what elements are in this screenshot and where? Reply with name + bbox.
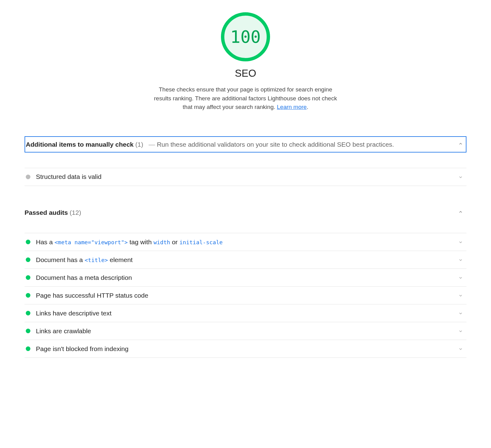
chevron-up-icon [458,209,463,216]
chevron-up-icon [458,141,463,148]
manual-checks-group: Additional items to manually check (1) —… [25,136,466,186]
chevron-down-icon [458,293,463,299]
passed-audits-group: Passed audits (12) Has a <meta name="vie… [25,204,466,358]
audit-title: Links are crawlable [36,327,91,335]
audit-row[interactable]: Links have descriptive text [25,304,466,322]
group-title: Passed audits [25,209,68,216]
neutral-icon [26,175,30,179]
audit-row[interactable]: Page isn't blocked from indexing [25,340,466,358]
seo-category-header: 100 SEO These checks ensure that your pa… [25,12,466,112]
group-title: Additional items to manually check [26,141,133,148]
chevron-down-icon [458,257,463,264]
pass-icon [26,293,30,298]
pass-icon [26,329,30,333]
audit-row[interactable]: Has a <meta name="viewport"> tag with wi… [25,233,466,251]
learn-more-link[interactable]: Learn more [277,104,307,110]
audit-row-structured-data[interactable]: Structured data is valid [25,168,466,186]
manual-checks-toggle[interactable]: Additional items to manually check (1) —… [25,136,466,153]
audit-title: Structured data is valid [36,173,102,180]
pass-icon [26,346,30,351]
audit-title: Has a <meta name="viewport"> tag with wi… [36,238,223,246]
pass-icon [26,240,30,244]
pass-icon [26,311,30,315]
chevron-down-icon [458,174,463,181]
audit-row[interactable]: Document has a meta description [25,268,466,286]
pass-icon [26,257,30,262]
chevron-down-icon [458,275,463,281]
passed-audits-toggle[interactable]: Passed audits (12) [25,204,466,221]
audit-row[interactable]: Document has a <title> element [25,251,466,268]
audit-title: Links have descriptive text [36,310,111,317]
chevron-down-icon [458,239,463,246]
category-title: SEO [25,68,466,79]
audit-row[interactable]: Links are crawlable [25,322,466,340]
group-count: (1) [135,141,143,148]
audit-row[interactable]: Page has successful HTTP status code [25,286,466,304]
group-desc: Run these additional validators on your … [157,141,394,148]
chevron-down-icon [458,346,463,353]
audit-title: Document has a meta description [36,274,132,281]
group-count: (12) [70,209,81,216]
chevron-down-icon [458,311,463,317]
score-value: 100 [230,27,261,47]
score-gauge: 100 [221,12,270,61]
audit-title: Page has successful HTTP status code [36,292,148,299]
audit-title: Page isn't blocked from indexing [36,345,129,353]
audit-title: Document has a <title> element [36,256,133,264]
category-description: These checks ensure that your page is op… [150,85,341,112]
chevron-down-icon [458,328,463,335]
pass-icon [26,275,30,280]
